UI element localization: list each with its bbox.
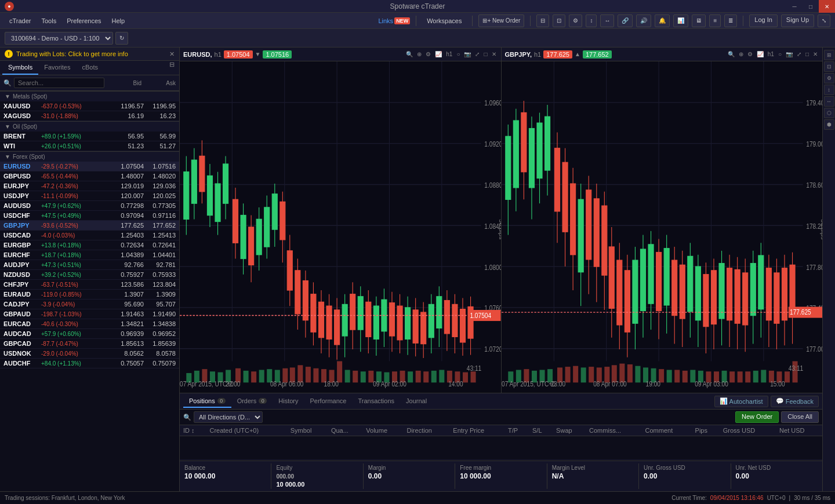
group-forex[interactable]: ▼ Forex (Spot): [0, 151, 179, 162]
col-entry-price[interactable]: Entry Price: [449, 425, 504, 436]
icon-btn-6[interactable]: 🔗: [618, 14, 633, 27]
expand-icon[interactable]: ⤡: [818, 14, 830, 27]
tab-cbots[interactable]: cBots: [76, 61, 104, 75]
right-btn-1[interactable]: ⊞: [824, 50, 834, 60]
right-btn-5[interactable]: ↔: [824, 96, 834, 107]
symbol-row[interactable]: EURUSD -29.5 (-0.27%) 1.07504 1.07516: [0, 162, 179, 171]
col-tp[interactable]: T/P: [504, 425, 529, 436]
menu-tools[interactable]: Tools: [37, 16, 61, 26]
right-btn-7[interactable]: ⬢: [824, 119, 834, 130]
symbol-row[interactable]: CADJPY -3.9 (-0.04%) 95.690 95.707: [0, 300, 179, 309]
symbol-row[interactable]: EURAUD -119.0 (-0.85%) 1.3907 1.3909: [0, 290, 179, 300]
detach-icon-2[interactable]: ⤢: [796, 50, 803, 58]
maximize-chart-icon[interactable]: □: [482, 50, 488, 58]
symbol-row[interactable]: EURJPY -47.2 (-0.36%) 129.019 129.036: [0, 181, 179, 191]
symbol-row[interactable]: AUDUSD +47.9 (+0.62%) 0.77298 0.77305: [0, 201, 179, 211]
col-comment[interactable]: Comment: [642, 425, 692, 436]
crosshair-icon-2[interactable]: ⊕: [738, 50, 745, 58]
icon-btn-10[interactable]: 🖥: [692, 14, 706, 27]
tab-orders[interactable]: Orders 0: [231, 395, 273, 408]
tab-transactions[interactable]: Transactions: [352, 395, 400, 408]
objects-icon[interactable]: ○: [455, 50, 461, 58]
col-gross-usd[interactable]: Gross USD: [720, 425, 776, 436]
zoom-icon[interactable]: 🔍: [405, 50, 414, 58]
login-btn[interactable]: Log In: [749, 14, 778, 27]
indicators-icon-2[interactable]: 📈: [756, 50, 765, 58]
feedback-button[interactable]: 💬 Feedback: [771, 396, 819, 407]
symbol-row[interactable]: AUDCHF +84.0 (+1.13%) 0.75057 0.75079: [0, 359, 179, 368]
tab-positions[interactable]: Positions 0: [183, 395, 231, 408]
icon-btn-1[interactable]: ⊟: [536, 14, 549, 27]
icon-btn-11[interactable]: ≡: [709, 14, 721, 27]
notification-text[interactable]: Trading with Lots: Click to get more inf…: [16, 50, 128, 57]
icon-btn-4[interactable]: ↕: [586, 14, 597, 27]
symbol-row[interactable]: GBPJPY -93.6 (-0.52%) 177.625 177.652: [0, 221, 179, 231]
objects-icon-2[interactable]: ○: [777, 50, 783, 58]
sidebar-collapse-btn[interactable]: ⊟: [167, 61, 177, 75]
gbpjpy-chart-body[interactable]: 179.400 179.000 178.600 178.200 177.800 …: [502, 61, 823, 393]
col-volume[interactable]: Volume: [362, 425, 403, 436]
icon-btn-12[interactable]: ≣: [724, 14, 737, 27]
symbol-row[interactable]: USDCAD -4.0 (-0.03%) 1.25403 1.25413: [0, 231, 179, 240]
icon-btn-2[interactable]: ⊡: [553, 14, 565, 27]
col-direction[interactable]: Direction: [403, 425, 449, 436]
col-quantity[interactable]: Qua...: [328, 425, 362, 436]
col-commission[interactable]: Commiss...: [586, 425, 642, 436]
col-net-usd[interactable]: Net USD: [776, 425, 822, 436]
close-all-button[interactable]: Close All: [781, 411, 819, 423]
col-id[interactable]: ID ↕: [180, 425, 206, 436]
autochartist-button[interactable]: 📊 Autochartist: [714, 396, 768, 407]
timeframe-icon[interactable]: h1: [445, 50, 453, 58]
symbol-row[interactable]: NZDUSD +39.2 (+0.52%) 0.75927 0.75933: [0, 270, 179, 280]
zoom-icon-2[interactable]: 🔍: [727, 50, 736, 58]
signup-btn[interactable]: Sign Up: [781, 14, 814, 27]
col-pips[interactable]: Pips: [692, 425, 720, 436]
symbol-row[interactable]: CHFJPY -63.7 (-0.51%) 123.586 123.804: [0, 280, 179, 290]
icon-btn-9[interactable]: 📊: [673, 14, 688, 27]
col-swap[interactable]: Swap: [553, 425, 586, 436]
symbol-row[interactable]: WTI +26.0 (+0.51%) 51.23 51.27: [0, 141, 179, 151]
settings-icon-2[interactable]: ⚙: [746, 50, 754, 58]
timeframe-icon-2[interactable]: h1: [767, 50, 775, 58]
tab-symbols[interactable]: Symbols: [2, 61, 38, 75]
account-selector[interactable]: 3100694 - Demo - USD - 1:100: [5, 32, 113, 45]
col-symbol[interactable]: Symbol: [287, 425, 328, 436]
tab-history[interactable]: History: [273, 395, 304, 408]
search-input[interactable]: [14, 78, 104, 88]
direction-filter[interactable]: All Directions (D...: [194, 411, 263, 423]
menu-help[interactable]: Help: [107, 16, 130, 26]
symbol-row[interactable]: USDNOK -29.0 (-0.04%) 8.0562 8.0578: [0, 349, 179, 359]
screenshot-icon[interactable]: 📷: [463, 50, 472, 58]
maximize-button[interactable]: □: [803, 0, 819, 13]
close-button[interactable]: ✕: [819, 0, 835, 13]
notification-close[interactable]: ✕: [169, 50, 175, 58]
symbol-row[interactable]: AUDJPY +47.3 (+0.51%) 92.766 92.781: [0, 260, 179, 270]
icon-btn-5[interactable]: ↔: [600, 14, 614, 27]
group-oil[interactable]: ▼ Oil (Spot): [0, 121, 179, 132]
right-btn-4[interactable]: ↕: [824, 85, 834, 95]
symbol-row[interactable]: XAUUSD -637.0 (-0.53%) 1196.57 1196.95: [0, 101, 179, 111]
minimize-button[interactable]: ─: [786, 0, 803, 13]
icon-btn-8[interactable]: 🔔: [655, 14, 670, 27]
workspaces-btn[interactable]: Workspaces: [422, 16, 466, 26]
symbol-row[interactable]: GBPAUD -198.7 (-1.03%) 1.91463 1.91490: [0, 309, 179, 319]
icon-btn-3[interactable]: ⚙: [569, 14, 582, 27]
symbol-row[interactable]: AUDCAD +57.9 (+0.60%) 0.96939 0.96952: [0, 329, 179, 339]
crosshair-icon[interactable]: ⊕: [416, 50, 423, 58]
detach-icon[interactable]: ⤢: [474, 50, 481, 58]
new-order-button[interactable]: New Order: [735, 411, 779, 423]
screenshot-icon-2[interactable]: 📷: [785, 50, 794, 58]
icon-btn-7[interactable]: 🔊: [636, 14, 651, 27]
right-btn-3[interactable]: ⚙: [824, 73, 834, 83]
symbol-row[interactable]: GBPCAD -87.7 (-0.47%) 1.85613 1.85639: [0, 339, 179, 349]
col-created[interactable]: Created (UTC+0): [206, 425, 286, 436]
symbol-row[interactable]: USDJPY -11.1 (-0.09%) 120.007 120.025: [0, 191, 179, 201]
new-order-chart-btn[interactable]: ⊞ + New Order: [478, 14, 524, 27]
symbol-row[interactable]: XAGUSD -31.0 (-1.88%) 16.19 16.23: [0, 111, 179, 121]
right-btn-2[interactable]: ⊡: [824, 61, 834, 72]
right-btn-6[interactable]: ⬡: [824, 108, 834, 118]
symbol-row[interactable]: EURGBP +13.8 (+0.18%) 0.72634 0.72641: [0, 240, 179, 250]
close-chart-icon-2[interactable]: ✕: [812, 50, 819, 58]
symbol-row[interactable]: USDCHF +47.5 (+0.49%) 0.97094 0.97116: [0, 211, 179, 221]
symbol-row[interactable]: EURCHF +18.7 (+0.18%) 1.04389 1.04401: [0, 250, 179, 260]
